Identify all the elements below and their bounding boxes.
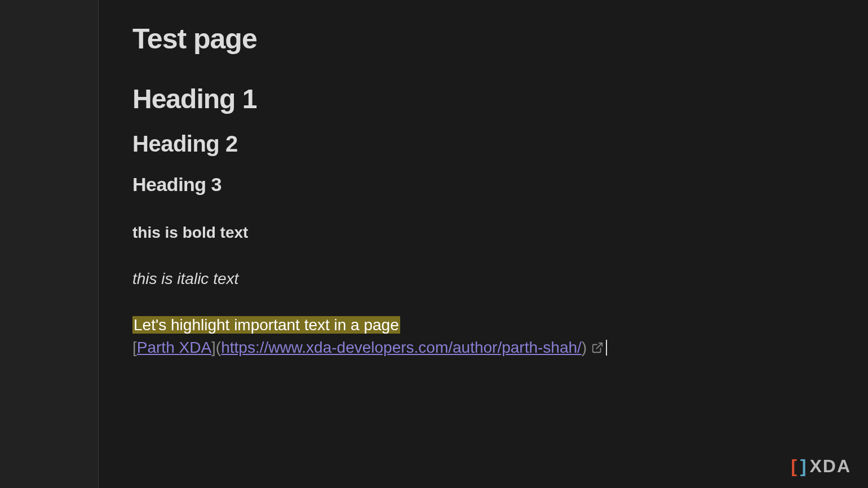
heading-1[interactable]: Heading 1 [132, 83, 834, 114]
link-url[interactable]: https://www.xda-developers.com/author/pa… [221, 339, 582, 357]
paren-close: ) [582, 339, 587, 357]
italic-text[interactable]: this is italic text [132, 270, 834, 288]
bold-text[interactable]: this is bold text [132, 224, 834, 242]
watermark-text: XDA [809, 456, 851, 477]
watermark-bracket-left: [ [791, 456, 798, 477]
highlighted-text[interactable]: Let's highlight important text in a page [132, 316, 400, 334]
link-label[interactable]: Parth XDA [137, 339, 211, 357]
page-title[interactable]: Test page [132, 23, 834, 55]
svg-line-0 [596, 343, 602, 349]
heading-3[interactable]: Heading 3 [132, 174, 834, 196]
bracket-close: ] [211, 339, 216, 357]
markdown-link-line[interactable]: [Parth XDA](https://www.xda-developers.c… [132, 339, 834, 357]
bracket-open: [ [132, 339, 137, 357]
sidebar [0, 0, 99, 488]
watermark-bracket-right: ] [800, 456, 808, 477]
paren-open: ( [216, 339, 221, 357]
editor-content[interactable]: Test page Heading 1 Heading 2 Heading 3 … [99, 0, 868, 488]
heading-2[interactable]: Heading 2 [132, 131, 834, 157]
text-cursor [606, 340, 607, 356]
external-link-icon[interactable] [591, 341, 604, 354]
xda-watermark: [] XDA [791, 456, 851, 477]
highlight-block[interactable]: Let's highlight important text in a page [132, 316, 834, 334]
